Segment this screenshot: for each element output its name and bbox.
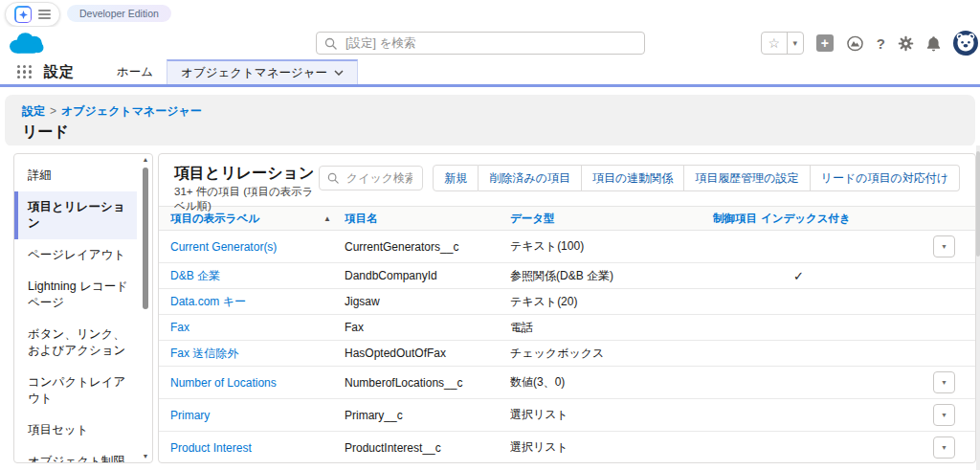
panel-item-count: 31+ 件の項目 (項目の表示ラベル順)	[174, 185, 319, 213]
header-icon-bar: ☆ ▾ + ?	[761, 30, 978, 56]
app-launcher-icon[interactable]	[17, 65, 33, 78]
checkmark-icon: ✓	[761, 269, 804, 283]
sparkle-extension-icon[interactable]	[14, 6, 32, 23]
field-label-cell: Data.com キー	[170, 294, 345, 310]
global-search[interactable]	[316, 32, 645, 55]
sidebar-item[interactable]: ページレイアウト	[14, 239, 137, 271]
caret-down-icon: ▼	[941, 379, 947, 386]
column-header[interactable]: 項目の表示ラベル▲	[170, 212, 345, 226]
indexed-cell: ✓	[761, 269, 933, 283]
field-data-type-cell: 数値(3、0)	[510, 374, 713, 391]
column-header[interactable]: 制御項目	[713, 212, 761, 226]
user-avatar[interactable]	[953, 31, 978, 56]
action-button[interactable]: 新規	[433, 165, 479, 191]
page-header-card: 設定>オブジェクトマネージャー リード	[5, 95, 975, 146]
action-button[interactable]: 項目の連動関係	[582, 165, 684, 191]
action-button[interactable]: 項目履歴管理の設定	[684, 165, 810, 191]
field-label-link[interactable]: Product Interest	[170, 441, 252, 455]
column-header[interactable]: データ型	[510, 212, 713, 226]
page-scrollbar-thumb[interactable]	[976, 151, 980, 257]
sidebar-item[interactable]: 項目とリレーション	[14, 191, 137, 239]
field-api-name-cell: DandbCompanyId	[345, 269, 510, 282]
field-label-cell: Primary	[170, 409, 345, 422]
field-label-cell: Fax 送信除外	[170, 346, 345, 362]
field-label-cell: D&B 企業	[170, 268, 345, 284]
column-header-label: 項目名	[345, 213, 378, 224]
favorites-control[interactable]: ☆ ▾	[761, 32, 804, 55]
fields-table-body: Current Generator(s)CurrentGenerators__c…	[159, 231, 975, 463]
column-header[interactable]: インデックス付き	[761, 212, 933, 226]
caret-down-icon: ▼	[941, 412, 947, 418]
field-data-type-cell: 電話	[510, 320, 713, 336]
scroll-down-icon[interactable]: ▼	[143, 452, 149, 461]
table-row: Number of LocationsNumberofLocations__c数…	[159, 367, 975, 399]
row-actions-button[interactable]: ▼	[933, 371, 955, 393]
field-data-type-cell: チェックボックス	[510, 346, 713, 362]
field-label-link[interactable]: Primary	[170, 409, 210, 422]
tab-object-manager[interactable]: オブジェクトマネージャー	[167, 59, 358, 84]
row-actions-button[interactable]: ▼	[933, 404, 955, 426]
column-header-label: 項目の表示ラベル	[170, 212, 259, 226]
field-label-link[interactable]: Fax	[170, 321, 189, 334]
row-actions-button[interactable]: ▼	[933, 436, 955, 459]
table-row: Product InterestProductInterest__c選択リスト▼	[159, 432, 975, 463]
hamburger-menu-icon[interactable]	[38, 10, 51, 19]
favorites-star-icon[interactable]: ☆	[762, 33, 787, 54]
global-header: ☆ ▾ + ?	[0, 27, 980, 59]
field-label-link[interactable]: Number of Locations	[170, 376, 277, 390]
breadcrumb-link-setup[interactable]: 設定	[22, 104, 45, 118]
global-search-input[interactable]	[344, 35, 636, 51]
row-actions-button[interactable]: ▼	[933, 235, 955, 257]
sidebar-item[interactable]: オブジェクト制限	[14, 446, 137, 463]
setup-app-label: 設定	[44, 63, 75, 81]
browser-extension-pill[interactable]	[5, 2, 60, 27]
table-row: FaxFax電話	[159, 315, 975, 341]
table-row: PrimaryPrimary__c選択リスト▼	[159, 399, 975, 432]
tab-home[interactable]: ホーム	[103, 59, 167, 84]
trailhead-icon[interactable]	[846, 35, 864, 52]
breadcrumb-link-object-manager[interactable]: オブジェクトマネージャー	[61, 104, 202, 118]
field-label-link[interactable]: Current Generator(s)	[170, 240, 277, 254]
table-row: D&B 企業DandbCompanyId参照関係(D&B 企業)✓	[159, 263, 975, 289]
field-data-type-cell: 選択リスト	[510, 407, 713, 423]
field-api-name-cell: CurrentGenerators__c	[345, 240, 510, 254]
notifications-bell-icon[interactable]	[926, 35, 941, 52]
sidebar-list: 詳細項目とリレーションページレイアウトLightning レコードページボタン、…	[14, 154, 152, 463]
sidebar-item[interactable]: 詳細	[14, 160, 137, 191]
action-button[interactable]: リードの項目の対応付け	[811, 165, 960, 191]
global-actions-icon[interactable]: +	[816, 34, 834, 52]
field-api-name-cell: Fax	[345, 321, 510, 334]
sidebar-item[interactable]: コンパクトレイアウト	[14, 367, 137, 414]
favorites-caret-icon[interactable]: ▾	[787, 33, 803, 54]
page-scrollbar[interactable]	[976, 145, 980, 470]
help-icon[interactable]: ?	[877, 35, 885, 52]
field-data-type-cell: テキスト(100)	[510, 238, 713, 255]
salesforce-logo[interactable]	[9, 31, 44, 59]
fields-panel-header: 項目とリレーション 31+ 件の項目 (項目の表示ラベル順) 新規削除済みの項目…	[159, 154, 975, 206]
caret-down-icon: ▼	[941, 243, 947, 250]
developer-edition-badge: Developer Edition	[67, 5, 171, 22]
tab-label: ホーム	[117, 64, 153, 80]
caret-down-icon: ▼	[941, 444, 947, 451]
column-header-label: データ型	[510, 213, 555, 224]
quick-find[interactable]	[319, 166, 424, 190]
panel-title: 項目とリレーション	[174, 164, 319, 182]
action-button[interactable]: 削除済みの項目	[479, 165, 582, 191]
setup-gear-icon[interactable]	[898, 35, 914, 52]
sort-asc-icon: ▲	[323, 214, 331, 223]
scrollbar-thumb[interactable]	[143, 168, 148, 309]
quick-find-input[interactable]	[345, 170, 415, 186]
breadcrumb-separator: >	[50, 104, 56, 118]
sidebar-item[interactable]: 項目セット	[14, 414, 137, 446]
column-header[interactable]: 項目名	[345, 212, 510, 226]
column-header-label: インデックス付き	[761, 213, 851, 224]
field-label-link[interactable]: Data.com キー	[170, 294, 246, 310]
sidebar-item[interactable]: ボタン、リンク、およびアクション	[14, 319, 137, 367]
field-label-link[interactable]: Fax 送信除外	[170, 346, 238, 362]
table-row: Current Generator(s)CurrentGenerators__c…	[159, 231, 975, 263]
sidebar-item[interactable]: Lightning レコードページ	[14, 271, 137, 319]
scroll-up-icon[interactable]: ▲	[143, 155, 149, 165]
field-label-link[interactable]: D&B 企業	[170, 268, 220, 284]
sidebar-scrollbar[interactable]: ▲ ▼	[140, 155, 151, 461]
row-actions-cell: ▼	[933, 371, 975, 393]
